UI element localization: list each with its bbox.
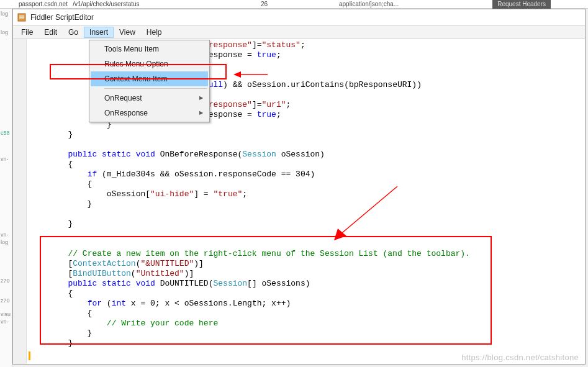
bg-host: passport.csdn.net /v1/api/check/userstat… [19,0,140,9]
dropdown-item-onresponse[interactable]: OnResponse [91,106,208,120]
insert-dropdown: Tools Menu Item Rules Menu Option Contex… [89,40,210,122]
menu-insert[interactable]: Insert [84,27,114,38]
dropdown-item-rules[interactable]: Rules Menu Option [91,57,208,71]
window-title: Fiddler ScriptEditor [30,13,94,22]
dropdown-item-tools[interactable]: Tools Menu Item [91,42,208,57]
text-caret [29,351,30,360]
editor-gutter [13,39,27,364]
titlebar[interactable]: Fiddler ScriptEditor [13,9,585,25]
dropdown-item-context[interactable]: Context Menu Item [91,71,208,86]
script-editor-window: Fiddler ScriptEditor File Edit Go Insert… [12,9,586,365]
request-headers-tab: Request Headers [492,0,551,9]
dropdown-separator [104,88,207,89]
svg-rect-2 [19,17,24,19]
menu-edit[interactable]: Edit [38,27,63,38]
menu-go[interactable]: Go [63,27,84,38]
bg-mime: application/json;cha... [339,0,399,9]
app-icon [17,12,27,22]
menubar: File Edit Go Insert View Help [13,25,585,39]
left-gutter-partial: log log c58 vn- vn- log z70 z70 visu vn- [0,9,12,367]
bg-num: 26 [261,0,268,9]
dropdown-item-onrequest[interactable]: OnRequest [91,91,208,106]
background-row: passport.csdn.net /v1/api/check/userstat… [0,0,588,9]
watermark: https://blog.csdn.net/catshitone [461,353,579,362]
menu-view[interactable]: View [114,27,141,38]
menu-help[interactable]: Help [141,27,168,38]
menu-file[interactable]: File [16,27,38,38]
svg-rect-1 [19,16,24,17]
